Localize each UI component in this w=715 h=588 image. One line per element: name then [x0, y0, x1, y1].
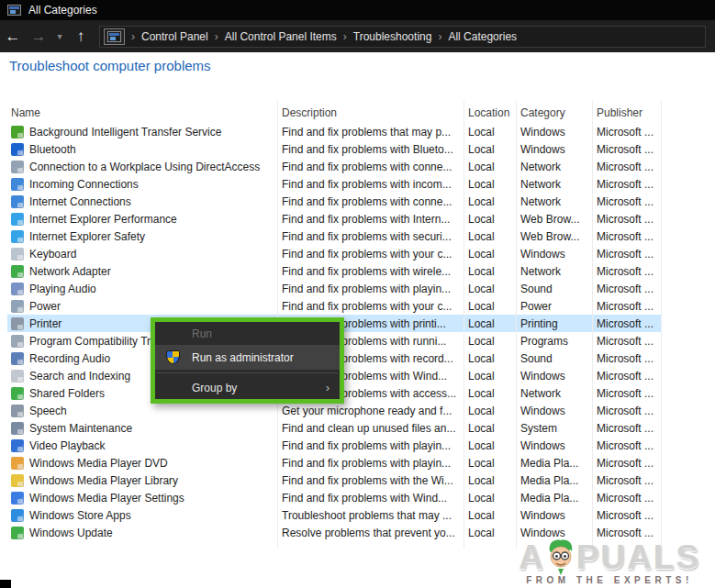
table-row[interactable]: Windows Media Player DVDFind and fix pro…: [7, 454, 661, 472]
row-location: Local: [464, 492, 516, 505]
keyboard-icon: [11, 248, 24, 261]
column-header-description[interactable]: Description: [277, 106, 464, 119]
row-description: Find and fix problems with your c...: [277, 300, 464, 313]
row-name-cell: System Maintenance: [7, 422, 277, 435]
table-row[interactable]: System MaintenanceFind and clean up unus…: [7, 419, 661, 437]
row-category: Windows: [516, 405, 592, 417]
row-description: Resolve problems that prevent yo...: [277, 527, 464, 539]
breadcrumb-item-troubleshooting[interactable]: Troubleshooting: [353, 30, 432, 43]
back-icon[interactable]: ←: [0, 20, 26, 52]
table-row[interactable]: Internet ConnectionsFind and fix problem…: [7, 193, 661, 210]
row-description: Find and fix problems with conne...: [277, 195, 464, 208]
row-name-label: Playing Audio: [29, 283, 96, 295]
column-header-location[interactable]: Location: [464, 106, 516, 119]
address-bar[interactable]: ›Control Panel›All Control Panel Items›T…: [99, 26, 706, 48]
row-publisher: Microsoft ...: [592, 492, 661, 505]
system-maintenance-icon: [11, 422, 24, 435]
wmp-dvd-icon: [11, 457, 24, 470]
row-name-label: Keyboard: [29, 248, 76, 261]
row-name-label: Shared Folders: [29, 387, 105, 400]
table-row[interactable]: Internet Explorer PerformanceFind and fi…: [7, 210, 661, 227]
table-row[interactable]: Background Intelligent Transfer ServiceF…: [7, 123, 661, 140]
row-location: Local: [464, 230, 516, 243]
row-name-cell: Speech: [7, 405, 277, 417]
table-row[interactable]: PowerFind and fix problems with your c..…: [7, 297, 661, 315]
row-name-label: Incoming Connections: [29, 178, 139, 191]
menu-item-group-by[interactable]: Group by›: [155, 376, 340, 399]
row-category: Network: [516, 161, 592, 173]
internet-connections-icon: [11, 195, 24, 208]
bottom-left-corner-artifact: [0, 580, 11, 588]
speech-icon: [11, 405, 24, 417]
row-description: Find and fix problems that may p...: [277, 126, 464, 139]
table-row[interactable]: Playing AudioFind and fix problems with …: [7, 280, 661, 297]
row-publisher: Microsoft ...: [592, 317, 661, 330]
column-header-name[interactable]: Name: [7, 106, 277, 119]
window-icon: [7, 5, 21, 16]
row-location: Local: [464, 161, 516, 173]
table-row[interactable]: Video PlaybackFind and fix problems with…: [7, 437, 661, 454]
row-publisher: Microsoft ...: [592, 405, 661, 417]
table-row[interactable]: Connection to a Workplace Using DirectAc…: [7, 158, 661, 175]
menu-item-run-as-administrator[interactable]: Run as administrator: [155, 345, 340, 370]
table-row[interactable]: Windows Store AppsTroubleshoot problems …: [7, 506, 661, 524]
row-name-label: Background Intelligent Transfer Service: [29, 126, 221, 139]
breadcrumb-item-all-categories[interactable]: All Categories: [448, 30, 517, 43]
row-location: Local: [464, 335, 516, 348]
address-location-icon-button[interactable]: [104, 28, 125, 45]
row-name-label: Search and Indexing: [29, 370, 130, 383]
row-location: Local: [464, 527, 516, 539]
row-description: Find and fix problems with playin...: [277, 439, 464, 452]
row-category: Web Brow...: [516, 213, 592, 226]
column-header-category[interactable]: Category: [516, 106, 592, 119]
row-location: Local: [464, 195, 516, 208]
table-row[interactable]: SpeechGet your microphone ready and f...…: [7, 402, 661, 419]
row-category: Windows: [516, 439, 592, 452]
breadcrumb-item-all-control-panel-items[interactable]: All Control Panel Items: [225, 30, 337, 43]
row-publisher: Microsoft ...: [592, 422, 661, 435]
table-row[interactable]: Windows Media Player SettingsFind and fi…: [7, 489, 661, 506]
row-description: Find and fix problems with playin...: [277, 283, 464, 295]
row-publisher: Microsoft ...: [592, 352, 661, 365]
table-row[interactable]: Incoming ConnectionsFind and fix problem…: [7, 175, 661, 193]
table-row[interactable]: Network AdapterFind and fix problems wit…: [7, 262, 661, 280]
row-category: Windows: [516, 248, 592, 261]
watermark-tagline: FROM THE EXPERTS!: [509, 575, 709, 585]
row-category: Sound: [516, 352, 592, 365]
row-category: Printing: [516, 317, 592, 330]
row-publisher: Microsoft ...: [592, 248, 661, 261]
table-row[interactable]: KeyboardFind and fix problems with your …: [7, 245, 661, 262]
table-row[interactable]: BluetoothFind and fix problems with Blue…: [7, 140, 661, 158]
page-title: Troubleshoot computer problems: [9, 58, 211, 73]
watermark-mascot-icon: [546, 538, 575, 575]
recent-pages-chevron-icon[interactable]: ▾: [51, 31, 68, 41]
breadcrumb-separator-icon: ›: [431, 30, 448, 43]
menu-separator: [157, 372, 338, 373]
row-description: Get your microphone ready and f...: [277, 405, 464, 417]
row-category: Media Pla...: [516, 474, 592, 487]
row-publisher: Microsoft ...: [592, 300, 661, 313]
table-row[interactable]: Internet Explorer SafetyFind and fix pro…: [7, 227, 661, 245]
bluetooth-icon: [11, 143, 24, 156]
control-panel-icon: [107, 31, 121, 42]
row-name-cell: Background Intelligent Transfer Service: [7, 126, 277, 139]
forward-icon[interactable]: →: [26, 20, 51, 52]
column-separator: [661, 101, 662, 549]
up-icon[interactable]: ↑: [68, 20, 94, 52]
row-publisher: Microsoft ...: [592, 213, 661, 226]
column-header-publisher[interactable]: Publisher: [592, 106, 661, 119]
row-category: Media Pla...: [516, 492, 592, 505]
row-description: Find and fix problems with wirele...: [277, 265, 464, 278]
row-name-cell: Power: [7, 300, 277, 313]
column-separator: [464, 101, 464, 549]
row-name-label: System Maintenance: [29, 422, 132, 435]
context-menu: RunRun as administratorGroup by›: [155, 322, 340, 399]
breadcrumb-item-control-panel[interactable]: Control Panel: [141, 30, 208, 43]
watermark-brand: A PUALS: [509, 538, 709, 573]
row-category: Power: [516, 300, 592, 313]
row-name-cell: Connection to a Workplace Using DirectAc…: [7, 161, 277, 173]
row-publisher: Microsoft ...: [592, 230, 661, 243]
table-row[interactable]: Windows Media Player LibraryFind and fix…: [7, 472, 661, 489]
navigation-bar: ← → ▾ ↑ ›Control Panel›All Control Panel…: [0, 20, 715, 52]
row-publisher: Microsoft ...: [592, 457, 661, 470]
